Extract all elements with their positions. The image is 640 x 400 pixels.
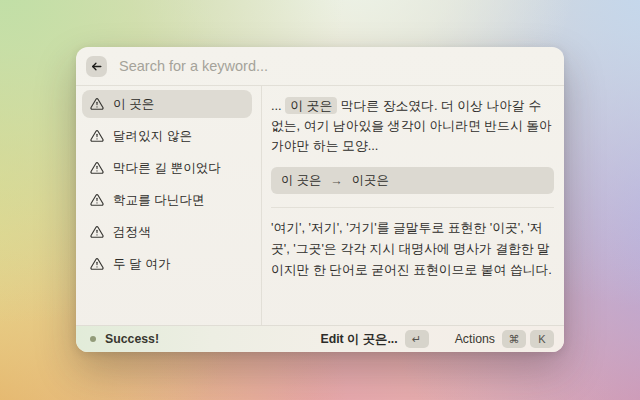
divider xyxy=(271,207,554,208)
list-item[interactable]: 검정색 xyxy=(82,218,252,246)
list-item-label: 학교를 다닌다면 xyxy=(113,192,205,209)
alert-triangle-icon xyxy=(90,97,104,111)
list-item[interactable]: 막다른 길 뿐이었다 xyxy=(82,154,252,182)
list-item[interactable]: 두 달 여가 xyxy=(82,250,252,278)
excerpt-prefix: ... xyxy=(271,98,285,113)
main-area: 이 곳은 달려있지 않은 막다른 길 뿐이었다 학교를 다닌다면 xyxy=(76,86,564,325)
list-item-label: 두 달 여가 xyxy=(113,256,171,273)
cmd-key-badge: ⌘ xyxy=(502,330,526,348)
arrow-left-icon xyxy=(90,60,103,73)
back-button[interactable] xyxy=(86,56,107,77)
result-list: 이 곳은 달려있지 않은 막다른 길 뿐이었다 학교를 다닌다면 xyxy=(76,86,262,325)
list-item-label: 이 곳은 xyxy=(113,96,154,113)
app-window: 이 곳은 달려있지 않은 막다른 길 뿐이었다 학교를 다닌다면 xyxy=(76,47,564,352)
footer-bar: Success! Edit 이 곳은... ↵ Actions ⌘ K xyxy=(76,325,564,352)
arrow-right-icon: → xyxy=(330,174,343,188)
list-item-label: 검정색 xyxy=(113,224,151,241)
list-item[interactable]: 학교를 다닌다면 xyxy=(82,186,252,214)
correction-suggestion[interactable]: 이 곳은 → 이곳은 xyxy=(271,167,554,194)
enter-key-badge: ↵ xyxy=(405,330,429,348)
detail-panel: ... 이 곳은 막다른 장소였다. 더 이상 나아갈 수 없는, 여기 남아있… xyxy=(262,86,564,325)
search-input[interactable] xyxy=(117,57,554,75)
list-item-label: 달려있지 않은 xyxy=(113,128,192,145)
k-key-badge: K xyxy=(530,330,554,348)
explanation-paragraph: '여기', '저기', '거기'를 글말투로 표현한 '이곳', '저곳', '… xyxy=(271,217,554,280)
correction-from: 이 곳은 xyxy=(281,172,321,189)
excerpt-highlight: 이 곳은 xyxy=(285,97,337,114)
alert-triangle-icon xyxy=(90,129,104,143)
alert-triangle-icon xyxy=(90,257,104,271)
actions-button[interactable]: Actions xyxy=(455,332,495,346)
desktop-background: { "colors": { "bg_top_left_green": "#bfd… xyxy=(0,0,640,400)
alert-triangle-icon xyxy=(90,193,104,207)
alert-triangle-icon xyxy=(90,225,104,239)
alert-triangle-icon xyxy=(90,161,104,175)
status-text: Success! xyxy=(105,332,159,346)
list-item-label: 막다른 길 뿐이었다 xyxy=(113,160,221,177)
edit-action-button[interactable]: Edit 이 곳은... xyxy=(320,331,397,348)
list-item[interactable]: 달려있지 않은 xyxy=(82,122,252,150)
correction-to: 이곳은 xyxy=(352,172,389,189)
list-item[interactable]: 이 곳은 xyxy=(82,90,252,118)
excerpt-paragraph: ... 이 곳은 막다른 장소였다. 더 이상 나아갈 수 없는, 여기 남아있… xyxy=(271,96,554,156)
status-dot-icon xyxy=(90,336,96,342)
search-bar xyxy=(76,47,564,86)
